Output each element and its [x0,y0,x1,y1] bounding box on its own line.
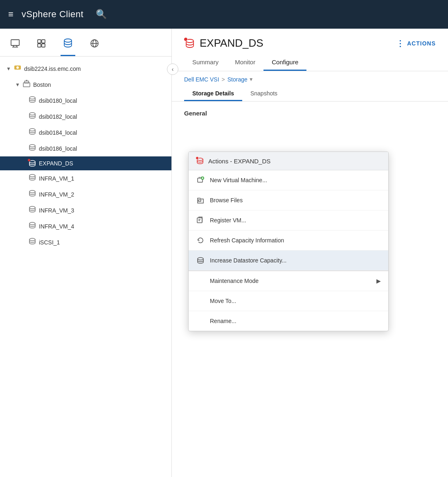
svg-point-24 [29,190,35,193]
sub-tab-snapshots[interactable]: Snapshots [242,87,286,101]
ds4-label: dsib0186_local [39,145,77,152]
svg-point-21 [29,145,35,147]
sidebar-tab-hosts[interactable] [8,34,22,56]
register-vm-icon [196,216,205,225]
tree-item-ds3[interactable]: dsib0184_local [0,124,171,140]
tab-monitor[interactable]: Monitor [227,54,263,71]
main-layout: ▼ dsib2224.iss.emc.com ▼ [0,29,448,477]
sidebar-tab-network[interactable] [88,34,101,56]
sub-tab-storage-details[interactable]: Storage Details [184,87,242,101]
increase-capacity-icon [196,256,205,265]
infra4-label: INFRA_VM_4 [39,223,74,230]
expand-ds-label: EXPAND_DS [39,160,73,167]
svg-point-18 [29,97,35,99]
breadcrumb: Dell EMC VSI > Storage ▼ [184,76,436,83]
tree-item-vcenter[interactable]: ▼ dsib2224.iss.emc.com [0,61,171,77]
breadcrumb-chevron-icon: ▼ [249,77,254,82]
context-menu: Actions - EXPAND_DS New Virtual Machine.… [188,151,389,331]
context-menu-item-rename[interactable]: Rename... [189,311,388,331]
menu-icon[interactable]: ≡ [8,9,14,20]
tab-summary[interactable]: Summary [184,54,227,71]
rename-label: Rename... [210,318,236,324]
context-menu-item-move-to[interactable]: Move To... [189,291,388,311]
context-menu-item-register-vm[interactable]: Register VM... [189,210,388,231]
content-page-title: EXPAND_DS [200,37,263,50]
refresh-icon [196,236,205,245]
context-menu-item-maintenance[interactable]: □ Maintenance Mode ▶ [189,271,388,291]
sidebar-tree: ▼ dsib2224.iss.emc.com ▼ [0,57,171,477]
svg-point-40 [198,258,203,260]
svg-rect-15 [25,81,29,83]
iscsi1-label: iSCSI_1 [39,239,60,246]
tab-configure[interactable]: Configure [263,54,306,71]
sidebar: ▼ dsib2224.iss.emc.com ▼ [0,29,172,477]
svg-rect-7 [42,44,45,47]
actions-button[interactable]: ⋮ ACTIONS [396,38,436,48]
sidebar-tab-datastores[interactable] [61,34,75,56]
context-menu-item-increase-capacity[interactable]: Increase Datastore Capacity... [189,251,388,271]
tree-item-ds1[interactable]: dsib0180_local [0,93,171,109]
datacenter-icon [23,79,31,90]
svg-rect-6 [38,44,41,47]
refresh-label: Refresh Capacity Information [210,237,284,244]
sidebar-tab-vms[interactable] [34,34,48,56]
context-menu-item-new-vm[interactable]: New Virtual Machine... [189,170,388,190]
context-menu-item-refresh[interactable]: Refresh Capacity Information [189,231,388,251]
app-title: vSphere Client [22,9,83,20]
tree-item-infra1[interactable]: INFRA_VM_1 [0,170,171,186]
svg-point-20 [29,129,35,131]
svg-point-19 [29,113,35,115]
tree-item-boston[interactable]: ▼ Boston [0,77,171,93]
tree-item-infra2[interactable]: INFRA_VM_2 [0,186,171,202]
ds1-icon [28,95,36,106]
sidebar-collapse-button[interactable]: ‹ [167,63,178,75]
move-to-label: Move To... [210,298,236,304]
content-header: EXPAND_DS ⋮ ACTIONS Summary Monitor Conf… [172,29,448,71]
ds2-icon [28,111,36,122]
vcenter-icon [14,63,22,74]
move-to-icon [196,296,205,305]
sub-tabs: Storage Details Snapshots [184,87,436,101]
context-menu-item-browse-files[interactable]: Browse Files [189,190,388,210]
context-menu-header: Actions - EXPAND_DS [189,152,388,170]
tree-item-iscsi1[interactable]: iSCSI_1 [0,234,171,250]
expand-arrow-boston: ▼ [15,82,20,88]
infra2-icon [28,189,36,199]
topbar: ≡ vSphere Client 🔍 [0,0,448,29]
breadcrumb-separator: > [222,76,225,83]
browse-files-icon [196,196,205,205]
tree-item-infra4[interactable]: INFRA_VM_4 [0,218,171,234]
tree-item-expand-ds[interactable]: EXPAND_DS [0,156,171,170]
context-menu-header-icon [196,157,204,165]
svg-point-26 [29,222,35,225]
expand-ds-icon [28,159,36,167]
breadcrumb-storage-label: Storage [227,76,248,83]
maintenance-label: Maintenance Mode [210,278,259,284]
breadcrumb-item-dell[interactable]: Dell EMC VSI [184,76,219,83]
content-title-icon [184,38,196,49]
infra3-label: INFRA_VM_3 [39,207,74,214]
actions-label: ACTIONS [407,40,436,47]
ds3-icon [28,127,36,138]
title-row: EXPAND_DS ⋮ ACTIONS [184,37,436,50]
submenu-arrow-icon: ▶ [376,278,381,284]
ds3-label: dsib0184_local [39,129,77,136]
sidebar-icon-tabs [0,29,171,57]
iscsi1-icon [28,237,36,247]
svg-point-27 [29,238,35,241]
svg-rect-5 [42,40,45,43]
tree-item-infra3[interactable]: INFRA_VM_3 [0,202,171,218]
sub-header: Dell EMC VSI > Storage ▼ Storage Details… [172,71,448,102]
tree-item-ds2[interactable]: dsib0182_local [0,109,171,124]
main-tabs: Summary Monitor Configure [184,54,436,71]
svg-point-25 [29,206,35,209]
search-icon[interactable]: 🔍 [96,9,107,20]
expand-arrow-vcenter: ▼ [6,66,11,72]
tree-item-ds4[interactable]: dsib0186_local [0,140,171,156]
svg-point-13 [16,66,19,69]
svg-rect-4 [38,40,41,43]
infra3-icon [28,205,36,215]
actions-dots-icon: ⋮ [396,38,405,48]
content-title: EXPAND_DS [184,37,263,50]
breadcrumb-storage-dropdown[interactable]: Storage ▼ [227,76,254,83]
